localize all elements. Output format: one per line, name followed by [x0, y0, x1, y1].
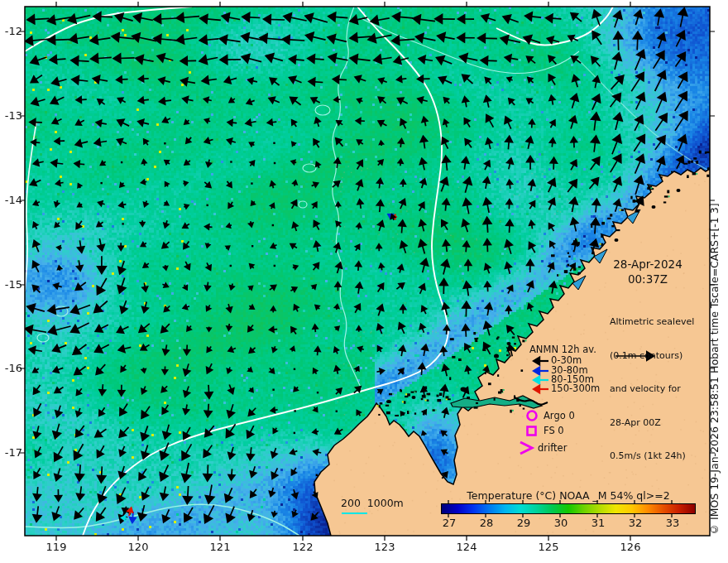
x-tick-label: 121 [210, 541, 231, 553]
copyright-text: © IMOS 19-Jan-2026 23:58:51 Hobart time … [708, 152, 721, 536]
x-tick-label: 123 [375, 541, 395, 553]
argo-legend-label: Argo 0 [544, 410, 575, 421]
colorbar-title: Temperature (°C) NOAA _M 54% ql>=2 [441, 489, 696, 502]
annotation-line: and velocity for [610, 383, 694, 395]
y-tick-label: -16 [1, 362, 22, 374]
anmn-depth-label: 150-300m [551, 383, 600, 393]
y-tick-label: -17 [1, 446, 22, 459]
colorbar-tick-label: 32 [629, 517, 643, 529]
anmn-legend-title: ANMN 12h av. [529, 344, 596, 355]
x-tick-label: 124 [457, 541, 477, 553]
y-tick-label: -14 [1, 194, 22, 206]
annotation-line: 28-Apr 00Z [610, 417, 694, 429]
x-tick-label: 120 [128, 541, 149, 553]
colorbar-tick-label: 30 [554, 517, 568, 529]
annotation-line: Altimetric sealevel [610, 316, 694, 328]
bathymetry-scalebar-label: 200 1000m [341, 497, 404, 509]
colorbar-tick-label: 33 [666, 517, 680, 529]
colorbar-tick-label: 29 [517, 517, 531, 529]
colorbar-tick-label: 31 [592, 517, 606, 529]
temperature-colorbar: 27 28 29 30 31 32 33 [441, 503, 696, 514]
y-tick-label: -15 [1, 278, 22, 291]
fs-legend-label: FS 0 [544, 425, 564, 436]
map-date: 28-Apr-2024 [605, 257, 691, 271]
sst-velocity-map-figure: 119 120 121 122 123 124 125 126 -12 -13 … [0, 0, 728, 563]
y-tick-label: -13 [1, 109, 22, 122]
x-tick-label: 122 [293, 541, 314, 553]
altimetry-annotation: Altimetric sealevel (0.1m contours) and … [610, 294, 694, 484]
colorbar-tick-label: 28 [480, 517, 494, 529]
colorbar-tick-label: 27 [443, 517, 457, 529]
annotation-line: (0.1m contours) [610, 350, 694, 362]
annotation-line: 0.5m/s (1kt 24h) [610, 450, 694, 462]
x-tick-label: 125 [539, 541, 559, 553]
map-time: 00:37Z [605, 272, 691, 286]
y-tick-label: -12 [1, 25, 22, 37]
drifter-legend-label: drifter [538, 442, 567, 454]
x-tick-label: 126 [620, 541, 641, 553]
x-tick-label: 119 [46, 541, 67, 553]
